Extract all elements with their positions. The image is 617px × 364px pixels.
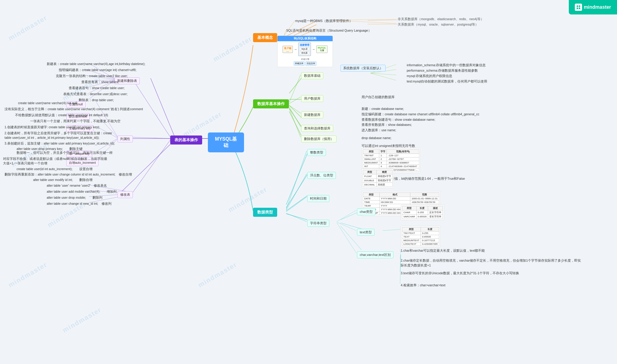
sub-delete-db[interactable]: 删除数据库（慎用） — [301, 135, 337, 142]
default-desc: 不给数据默认就使用默认值：create table user(age int d… — [15, 113, 108, 117]
char-diagram: 类型长度描述 CHAR0-255定长字符串 VARCHAR0-65535变长字符… — [401, 205, 444, 220]
delete-db-cmd: drop database name; — [362, 136, 391, 140]
svg-line-57 — [286, 151, 307, 209]
svg-line-14 — [286, 175, 307, 208]
non-relational-db: 非关系数据库（mongodb、elasticsearch、redis、neo4j… — [398, 17, 484, 21]
modify-change: alter table user change id new_id int; 修… — [47, 202, 111, 206]
svg-line-62 — [337, 222, 356, 231]
svg-line-40 — [133, 140, 170, 193]
table-showtables: 查看所有表：show tables; — [81, 80, 119, 84]
svg-line-15 — [286, 196, 307, 211]
sub-char-varchar-text[interactable]: char,varchar,text区别 — [357, 251, 393, 258]
pk-3: 3.表创建好后，追加主键：alter table user add primar… — [5, 142, 115, 146]
sub-create-db[interactable]: 新建数据库 — [301, 111, 323, 118]
sub-db-basics[interactable]: 数据库基础 — [301, 72, 323, 79]
svg-line-36 — [371, 73, 396, 75]
center-node[interactable]: MYSQL基础 — [208, 132, 244, 152]
svg-line-3 — [368, 20, 398, 20]
branch-db-ops[interactable]: 数据库基本操作 — [253, 99, 289, 108]
branch-basic-concept[interactable]: 基本概念 — [253, 33, 277, 42]
svg-line-10 — [151, 78, 175, 137]
svg-line-37 — [371, 73, 396, 80]
sys-db-test: test:mysql自动创建的测试数据库，任何用户都可以使用 — [407, 79, 487, 84]
table-create-1: 新建表：create table user(name varchar(4),ag… — [47, 62, 145, 66]
sub-text[interactable]: text类型 — [357, 229, 374, 236]
sub-float-types[interactable]: 浮点数、位类型 — [307, 172, 336, 179]
table-show-create: 查看建表语句：show create table user; — [69, 86, 125, 90]
auto-inc-modify: 删除字段再重新添加：alter table user change column… — [5, 173, 132, 177]
logo-icon — [575, 4, 582, 11]
int-note: 可以通过int unsigned来指明无符号数 — [362, 144, 415, 148]
svg-line-31 — [289, 105, 301, 113]
logo-text: mindmaster — [584, 5, 611, 10]
svg-line-63 — [337, 223, 356, 253]
user-db-desc: 用户自己创建的数据库 — [362, 95, 395, 99]
svg-line-30 — [289, 97, 301, 104]
mysql-diagram-box: MySQL体系结构 客户端 ..... → 连接管理 SQL层 优化器 → My… — [277, 36, 333, 67]
modify-add: alter table user add mobile varchar(4); … — [47, 190, 117, 194]
diff-4: 4.检索效率：char>varchar>text — [401, 283, 445, 288]
sys-db-info: information_schema:存储系统中的一些数据库对象信息 — [407, 63, 486, 67]
svg-rect-20 — [577, 5, 578, 7]
svg-line-33 — [289, 108, 301, 137]
auto-inc-set: create table user(id int auto_increment)… — [17, 167, 92, 171]
table-desc: 表格方式查看表：describe user;或desc user; — [63, 92, 127, 96]
create-db-3: 查看数据库创建语句：show create database name; — [362, 118, 435, 122]
basic-sql-desc: SQL语句是机构化查询语言（Structured Query Language） — [286, 29, 371, 33]
svg-line-5 — [289, 78, 301, 93]
svg-line-61 — [337, 210, 356, 222]
query-db-1: 查看所有数据库：show databases; — [362, 123, 412, 127]
sub-col-props[interactable]: 列属性 — [117, 135, 133, 142]
svg-line-58 — [286, 174, 307, 210]
default-note: 一张表只有一个主键，用来约束一个字段，不能重复,不能为空 — [30, 119, 121, 123]
sub-query-db[interactable]: 查询和选择数据库 — [301, 125, 333, 132]
topbar: mindmaster — [569, 0, 617, 14]
sys-db-mysql: mysql:存储系统的用户权限信息 — [407, 74, 452, 78]
svg-line-59 — [286, 197, 307, 212]
diff-3: 3.text储存可变长的非Unicode数据，最大长度为2^31-1个字符，不存… — [401, 271, 519, 276]
pk-2: 2.创建表时，所有字段之后使用关键字，多个字段可以是复合主键：create ta… — [5, 131, 119, 140]
svg-line-65 — [383, 229, 400, 231]
sub-system-db[interactable]: 系统数据库（安装后默认） — [340, 65, 386, 72]
sub-user-db[interactable]: 用户数据库 — [301, 95, 323, 102]
sub-modify-table[interactable]: 修改表 — [117, 191, 133, 198]
text-diagram: 类型长度 TINYTEXT0-255 TEXT0-65535 MEDIUMTEX… — [401, 226, 440, 247]
svg-line-18 — [340, 223, 362, 229]
watermark-1: mindmaster — [7, 14, 49, 42]
float-diagram: 类型精度 FLOAT单精度4字节 DOUBLE双精度8字节 DECIMAL高精度 — [362, 169, 394, 188]
svg-line-29 — [289, 75, 301, 102]
sub-int-types[interactable]: 整数类型 — [307, 149, 326, 156]
topbar-logo: mindmaster — [575, 4, 611, 11]
table-create-3: 克隆另一张表的结构：create table user2 like user; — [56, 74, 128, 78]
svg-line-16 — [286, 214, 307, 220]
branch-data-types[interactable]: 数据类型 — [253, 208, 277, 217]
create-db-1: 新建：create database name; — [362, 107, 404, 111]
svg-line-12 — [121, 140, 175, 193]
svg-rect-22 — [577, 8, 578, 9]
null-desc: create table user(name varchar(4) not nu… — [18, 101, 78, 105]
diff-2: 2.char储存定长数据，自动用空格填充，varchar储存不定长，不用空格填充… — [401, 258, 581, 268]
relational-db: 关系数据库（mysql、oracle、sqlserver、postgresql等… — [398, 23, 478, 27]
watermark-7: mindmaster — [212, 35, 253, 64]
diff-1: 1.char和varchar可以指定最大长度，设默认值，text都不能 — [401, 248, 485, 253]
unique-desc: 数据唯一，但可以为空，并且多个空也可以，添加方法和主键一样 — [17, 151, 113, 155]
query-db-2: 进入数据库：use name; — [362, 128, 396, 132]
svg-line-8 — [289, 108, 301, 126]
table-create-2: 指明编码建表：create table user(age int) charse… — [59, 68, 136, 72]
modify-drop: alter table user drop mobile; 删除列 — [47, 196, 102, 200]
svg-line-32 — [289, 107, 301, 127]
sub-string-types[interactable]: 字符串类型 — [307, 220, 329, 227]
pk-1: 1.创建表的时候直接跟关键字: create table user(ID int… — [5, 125, 100, 129]
sub-char[interactable]: char类型 — [357, 208, 375, 215]
basic-mysql-desc: mysql是一种DBMS（数据库管理软件） — [295, 19, 352, 23]
null-comment: 没有实际意义，相当于注释：create table user(name varc… — [5, 107, 140, 111]
sub-datetime-types[interactable]: 时间和日期 — [307, 195, 329, 202]
auto-inc-desc: 对应字段不给值、或者说是默认值（或者null时候自动触发，当前字段最大值+1,一… — [3, 157, 107, 165]
svg-line-13 — [286, 154, 307, 205]
watermark-10: mindmaster — [197, 261, 238, 289]
svg-rect-23 — [579, 8, 580, 9]
modify-rename: alter table 'user' rename 'user2' 修改表名 — [47, 184, 107, 188]
center-label: MYSQL基础 — [215, 136, 237, 148]
branch-table-ops[interactable]: 表的基本操作 — [170, 135, 202, 145]
watermark-5: mindmaster — [7, 261, 49, 289]
